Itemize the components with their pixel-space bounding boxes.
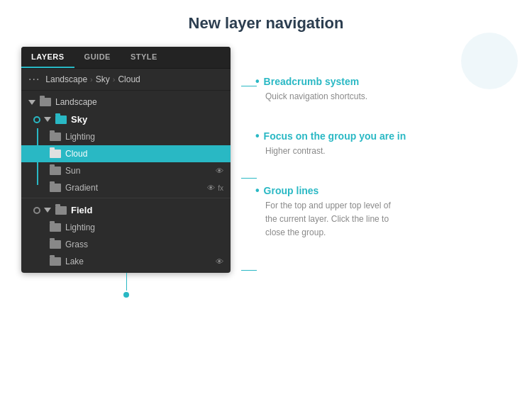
gradient-fx-icon: fx (218, 184, 223, 192)
grass-item[interactable]: Grass (21, 236, 231, 253)
annotation-focus-desc: Higher contrast. (265, 145, 511, 157)
bottom-dot (123, 292, 129, 298)
annotation-grouplines: Group lines For the top and upper top le… (255, 184, 511, 240)
cloud-label: Cloud (65, 149, 223, 159)
bottom-connector (126, 273, 127, 291)
gradient-eye-icon[interactable]: 👁 (207, 184, 215, 192)
annotation-breadcrumb: Breadcrumb system Quick navigation short… (255, 75, 511, 103)
field-triangle (44, 208, 51, 213)
page-title: New layer navigation (189, 14, 344, 33)
sky-triangle (44, 117, 51, 122)
sky-folder-icon (55, 116, 67, 124)
sun-eye-icon[interactable]: 👁 (216, 167, 223, 175)
breadcrumb-dots[interactable]: ··· (28, 73, 40, 86)
gradient-item[interactable]: Gradient 👁 fx (21, 179, 231, 196)
lake-eye-icon[interactable]: 👁 (216, 257, 223, 266)
landscape-label: Landscape (55, 97, 97, 107)
lake-folder-icon (50, 257, 61, 266)
landscape-folder-icon (40, 98, 51, 106)
cloud-item[interactable]: Cloud (21, 145, 231, 162)
breadcrumb-landscape[interactable]: Landscape (45, 74, 87, 84)
field-lighting-label: Lighting (65, 223, 223, 232)
cloud-folder-icon (50, 150, 61, 158)
sun-label: Sun (65, 166, 213, 176)
sun-item[interactable]: Sun 👁 (21, 162, 231, 179)
divider (21, 198, 231, 198)
tab-style[interactable]: STYLE (121, 47, 167, 68)
lighting-item[interactable]: Lighting (21, 128, 231, 145)
lake-item[interactable]: Lake 👁 (21, 253, 231, 270)
annotation-breadcrumb-desc: Quick navigation shortcuts. (265, 90, 511, 103)
annotation-focus-title: Focus on the group you are in (255, 130, 511, 142)
landscape-group-header[interactable]: Landscape (21, 94, 231, 111)
field-folder-icon (55, 206, 67, 215)
field-group-header[interactable]: Field (21, 201, 231, 219)
layer-list: Landscape Sky (21, 91, 231, 273)
lighting-folder-icon (50, 133, 61, 141)
gradient-label: Gradient (65, 183, 204, 193)
annotation-focus: Focus on the group you are in Higher con… (255, 130, 511, 157)
annotation-grouplines-title: Group lines (255, 184, 511, 197)
field-sub-wrapper: Lighting Grass Lake 👁 (21, 219, 231, 270)
field-lighting-item[interactable]: Lighting (21, 219, 231, 236)
panel-tabs: LAYERS GUIDE STYLE (21, 47, 231, 69)
breadcrumb-sep-2: › (113, 75, 116, 84)
annotations-area: Breadcrumb system Quick navigation short… (241, 47, 511, 253)
sun-folder-icon (50, 167, 61, 175)
landscape-triangle (28, 100, 35, 105)
sky-label: Sky (71, 114, 87, 125)
annotation-grouplines-desc: For the top and upper top level of the c… (265, 199, 511, 240)
sky-sub-wrapper: Lighting Cloud Sun 👁 (21, 128, 231, 196)
breadcrumb-sky[interactable]: Sky (96, 74, 110, 84)
tab-guide[interactable]: GUIDE (74, 47, 121, 68)
breadcrumb-sep-1: › (90, 75, 93, 84)
sky-indicator (33, 116, 40, 123)
breadcrumb-path: Landscape › Sky › Cloud (45, 74, 140, 84)
connector-grouplines (241, 270, 257, 271)
breadcrumb-bar: ··· Landscape › Sky › Cloud (21, 69, 231, 91)
tab-layers[interactable]: LAYERS (21, 47, 74, 68)
breadcrumb-cloud[interactable]: Cloud (118, 74, 140, 84)
field-lighting-folder-icon (50, 223, 61, 232)
lighting-label: Lighting (65, 132, 223, 142)
gradient-folder-icon (50, 184, 61, 192)
layers-panel: LAYERS GUIDE STYLE ··· Landscape › Sky ›… (21, 47, 231, 273)
grass-folder-icon (50, 240, 61, 249)
annotation-breadcrumb-title: Breadcrumb system (255, 75, 511, 88)
sky-group-header[interactable]: Sky (21, 111, 231, 128)
field-label: Field (71, 205, 92, 215)
grass-label: Grass (65, 240, 223, 249)
field-indicator (33, 207, 40, 214)
lake-label: Lake (65, 257, 213, 266)
